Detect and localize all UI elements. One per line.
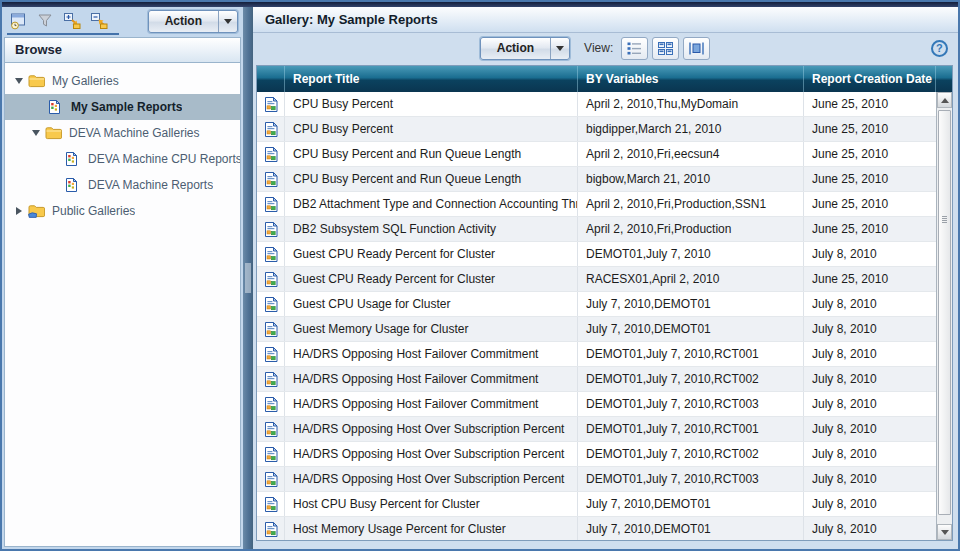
cell-by-variables: July 7, 2010,DEMOT01	[578, 492, 804, 516]
table-row[interactable]: HA/DRS Opposing Host Over Subscription P…	[257, 417, 936, 442]
column-header-by-variables[interactable]: BY Variables	[578, 66, 804, 92]
cell-report-title: HA/DRS Opposing Host Over Subscription P…	[285, 467, 578, 491]
column-header-creation-date[interactable]: Report Creation Date	[804, 66, 936, 92]
tree-caret-collapsed-icon[interactable]	[13, 207, 25, 215]
table-row[interactable]: Guest Memory Usage for ClusterJuly 7, 20…	[257, 317, 936, 342]
tree-caret-expanded-icon[interactable]	[30, 130, 42, 136]
cell-report-title: Guest CPU Ready Percent for Cluster	[285, 242, 578, 266]
cell-report-title: CPU Busy Percent	[285, 92, 578, 116]
gallery-action-dropdown[interactable]	[550, 38, 569, 59]
cell-by-variables: DEMOT01,July 7, 2010,RCT002	[578, 367, 804, 391]
gallery-toolbar: Action View: ?	[253, 33, 958, 63]
cell-creation-date: July 8, 2010	[804, 492, 936, 516]
scrollbar-thumb[interactable]	[938, 110, 951, 515]
table-row[interactable]: Guest CPU Usage for ClusterJuly 7, 2010,…	[257, 292, 936, 317]
table-row[interactable]: HA/DRS Opposing Host Over Subscription P…	[257, 442, 936, 467]
scroll-up-button[interactable]	[937, 92, 952, 108]
list-view-icon[interactable]	[621, 37, 648, 60]
cell-by-variables: DEMOT01,July 7, 2010,RCT001	[578, 417, 804, 441]
table-row[interactable]: Guest CPU Ready Percent for ClusterRACES…	[257, 267, 936, 292]
table-row[interactable]: HA/DRS Opposing Host Failover Commitment…	[257, 392, 936, 417]
report-document-icon	[257, 342, 285, 366]
table-row[interactable]: HA/DRS Opposing Host Failover Commitment…	[257, 367, 936, 392]
scrollbar-grip-icon	[942, 216, 947, 223]
cell-by-variables: DEMOT01,July 7, 2010,RCT001	[578, 342, 804, 366]
toolbar-underline	[7, 33, 119, 35]
table-row[interactable]: CPU Busy Percentbigdipper,March 21, 2010…	[257, 117, 936, 142]
tree-item-label: My Galleries	[52, 74, 119, 88]
cell-creation-date: June 25, 2010	[804, 267, 936, 291]
cell-report-title: HA/DRS Opposing Host Failover Commitment	[285, 342, 578, 366]
tree-item-my-galleries[interactable]: My Galleries	[5, 68, 240, 94]
chevron-down-icon	[224, 19, 232, 24]
tree-caret-expanded-icon[interactable]	[13, 78, 25, 84]
panel-splitter[interactable]	[243, 7, 253, 549]
preview-panel-icon[interactable]	[8, 12, 28, 31]
cell-report-title: CPU Busy Percent	[285, 117, 578, 141]
collapse-all-icon[interactable]	[89, 12, 109, 31]
folder-icon	[28, 74, 46, 88]
grid-view-icon[interactable]	[652, 37, 679, 60]
tree-item-deva-machine-galleries[interactable]: DEVA Machine Galleries	[5, 120, 240, 146]
tree-item-deva-machine-cpu-reports[interactable]: DEVA Machine CPU Reports	[5, 146, 240, 172]
cell-by-variables: April 2, 2010,Thu,MyDomain	[578, 92, 804, 116]
report-document-icon	[257, 467, 285, 491]
table-row[interactable]: CPU Busy Percent and Run Queue LengthApr…	[257, 142, 936, 167]
filter-icon[interactable]	[35, 12, 55, 31]
browse-action-button[interactable]: Action	[148, 10, 238, 33]
gallery-action-button[interactable]: Action	[480, 37, 570, 60]
carousel-view-icon[interactable]	[683, 37, 710, 60]
cell-by-variables: RACESX01,April 2, 2010	[578, 267, 804, 291]
cell-creation-date: June 25, 2010	[804, 167, 936, 191]
folder-icon	[45, 126, 63, 140]
column-header-report-title[interactable]: Report Title	[285, 66, 578, 92]
cell-by-variables: April 2, 2010,Fri,Production,SSN1	[578, 192, 804, 216]
scrollbar-header-stub	[936, 66, 952, 92]
table-row[interactable]: Host Memory Usage Percent for ClusterJul…	[257, 517, 936, 540]
report-document-icon	[257, 442, 285, 466]
tree-item-label: Public Galleries	[52, 204, 135, 218]
gallery-icon	[47, 99, 65, 115]
cell-by-variables: DEMOT01,July 7, 2010,RCT003	[578, 467, 804, 491]
table-row[interactable]: DB2 Subsystem SQL Function ActivityApril…	[257, 217, 936, 242]
table-row[interactable]: Host CPU Busy Percent for ClusterJuly 7,…	[257, 492, 936, 517]
cell-report-title: Guest CPU Usage for Cluster	[285, 292, 578, 316]
vertical-scrollbar[interactable]	[936, 92, 952, 540]
cell-creation-date: June 25, 2010	[804, 217, 936, 241]
report-document-icon	[257, 492, 285, 516]
scrollbar-track[interactable]	[937, 108, 952, 524]
cell-by-variables: DEMOT01,July 7, 2010	[578, 242, 804, 266]
table-row[interactable]: CPU Busy Percent and Run Queue Lengthbig…	[257, 167, 936, 192]
browse-action-dropdown[interactable]	[218, 11, 237, 32]
report-document-icon	[257, 317, 285, 341]
cell-report-title: HA/DRS Opposing Host Failover Commitment	[285, 392, 578, 416]
gallery-icon	[64, 151, 82, 167]
cell-report-title: HA/DRS Opposing Host Over Subscription P…	[285, 442, 578, 466]
table-row[interactable]: HA/DRS Opposing Host Over Subscription P…	[257, 467, 936, 492]
cell-creation-date: July 8, 2010	[804, 317, 936, 341]
report-document-icon	[257, 417, 285, 441]
shared-folder-icon	[28, 204, 46, 218]
help-icon[interactable]: ?	[931, 40, 948, 57]
expand-all-icon[interactable]	[62, 12, 82, 31]
cell-report-title: DB2 Subsystem SQL Function Activity	[285, 217, 578, 241]
cell-by-variables: bigdipper,March 21, 2010	[578, 117, 804, 141]
report-document-icon	[257, 392, 285, 416]
icon-column-header	[257, 66, 285, 92]
cell-creation-date: July 8, 2010	[804, 367, 936, 391]
cell-by-variables: DEMOT01,July 7, 2010,RCT002	[578, 442, 804, 466]
tree-item-my-sample-reports[interactable]: My Sample Reports	[5, 94, 240, 120]
table-row[interactable]: CPU Busy PercentApril 2, 2010,Thu,MyDoma…	[257, 92, 936, 117]
cell-creation-date: June 25, 2010	[804, 142, 936, 166]
table-row[interactable]: Guest CPU Ready Percent for ClusterDEMOT…	[257, 242, 936, 267]
view-mode-switcher	[621, 37, 710, 60]
page-title: Gallery: My Sample Reports	[253, 7, 958, 33]
cell-by-variables: April 2, 2010,Fri,Production	[578, 217, 804, 241]
tree-item-public-galleries[interactable]: Public Galleries	[5, 198, 240, 224]
view-label: View:	[584, 41, 613, 55]
table-row[interactable]: HA/DRS Opposing Host Failover Commitment…	[257, 342, 936, 367]
tree-item-deva-machine-reports[interactable]: DEVA Machine Reports	[5, 172, 240, 198]
report-document-icon	[257, 267, 285, 291]
scroll-down-button[interactable]	[937, 524, 952, 540]
table-row[interactable]: DB2 Attachment Type and Connection Accou…	[257, 192, 936, 217]
